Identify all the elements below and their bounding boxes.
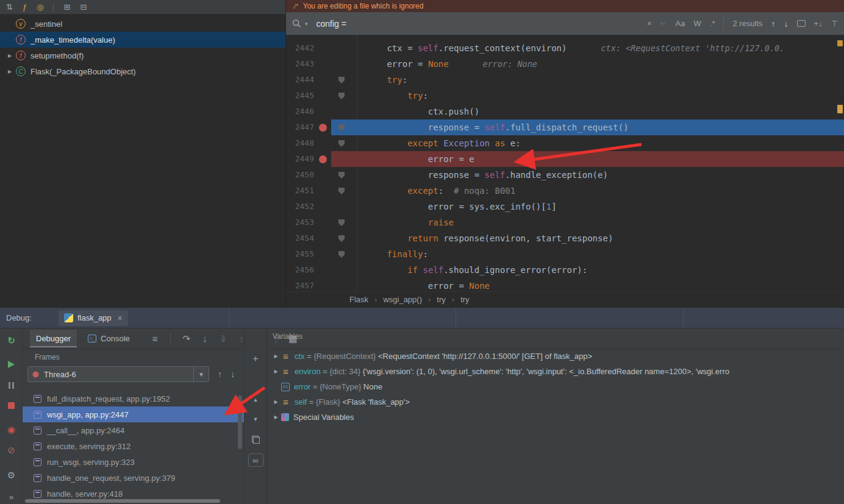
previous-frame-button[interactable]: ↑ — [218, 369, 222, 379]
code-editor[interactable]: 2442 ctx = self.request_context(environ)… — [286, 35, 844, 291]
settings-button[interactable]: ⚙ — [0, 468, 23, 483]
breakpoint-gutter[interactable] — [314, 88, 331, 104]
variable-row[interactable]: ▶≡ctx = {RequestContext} <RequestContext… — [268, 349, 844, 364]
stack-frame-row[interactable]: run_wsgi, serving.py:323 — [23, 454, 244, 470]
breakpoint-gutter[interactable] — [314, 56, 331, 72]
copy-stack-button[interactable] — [245, 433, 266, 446]
breakpoint-gutter[interactable] — [314, 246, 331, 262]
variable-row[interactable]: ▶≡environ = {dict: 34} {'wsgi.version': … — [268, 364, 844, 379]
frames-horizontal-scrollbar[interactable] — [25, 499, 220, 503]
variable-row[interactable]: 01error = {NoneType} None — [268, 379, 844, 394]
expand-arrow-icon[interactable]: ▶ — [4, 69, 16, 74]
search-history-icon[interactable]: ▾ — [305, 21, 308, 27]
code-line[interactable]: 2448 except Exception as e: — [286, 135, 844, 151]
scrollbar-marker[interactable] — [837, 40, 843, 46]
breakpoint-icon[interactable] — [319, 155, 327, 163]
scroll-up-button[interactable]: ▲ — [245, 393, 266, 406]
structure-item[interactable]: f_make_timedelta(value) — [0, 32, 285, 48]
breakpoint-gutter[interactable] — [314, 278, 331, 291]
expand-arrow-icon[interactable]: ▶ — [271, 399, 281, 405]
threads-view-toggle[interactable]: ∞ — [245, 453, 266, 467]
stop-button[interactable] — [0, 398, 23, 413]
breakpoint-icon[interactable] — [319, 124, 327, 132]
whole-words-toggle[interactable]: W — [693, 19, 701, 28]
breakpoint-gutter[interactable] — [314, 167, 331, 183]
step-into-icon[interactable]: ↓ — [199, 333, 210, 344]
tab-console[interactable]: >_ Console — [83, 330, 135, 347]
code-line[interactable]: 2451 except: # noqa: B001 — [286, 183, 844, 199]
previous-occurrence-button[interactable]: ↑ — [771, 19, 776, 29]
frames-scrollbar[interactable] — [238, 396, 242, 449]
breakpoint-gutter[interactable] — [314, 119, 331, 135]
open-in-find-window-icon[interactable] — [797, 20, 806, 27]
breakpoint-gutter[interactable] — [314, 262, 331, 278]
structure-item[interactable]: ▶CFlask(_PackageBoundObject) — [0, 63, 285, 79]
force-step-into-icon[interactable]: ⇓ — [216, 333, 231, 344]
code-line[interactable]: 2444 try: — [286, 72, 844, 88]
more-options-button[interactable]: » — [0, 489, 23, 504]
code-line[interactable]: 2442 ctx = self.request_context(environ)… — [286, 40, 844, 56]
header-splitter[interactable] — [456, 308, 456, 328]
breakpoint-gutter[interactable] — [314, 151, 331, 167]
breadcrumb-item[interactable]: try — [460, 295, 469, 304]
code-line[interactable]: 2446 ctx.push() — [286, 104, 844, 119]
add-watch-button[interactable]: + — [245, 352, 266, 366]
structure-item[interactable]: ▶fsetupmethod(f) — [0, 48, 285, 63]
stack-frame-row[interactable]: handle_one_request, serving.py:379 — [23, 470, 244, 486]
clear-search-icon[interactable]: × — [647, 19, 652, 28]
regex-toggle[interactable]: .* — [710, 19, 715, 28]
mute-breakpoints-button[interactable]: ⊘ — [0, 443, 23, 458]
code-line[interactable]: 2449 error = e — [286, 151, 844, 167]
expand-all-icon[interactable]: ⊞ — [63, 2, 70, 12]
newline-icon[interactable]: ↵ — [660, 19, 667, 28]
breakpoint-gutter[interactable] — [314, 104, 331, 119]
sort-alphabetically-icon[interactable]: ⇅ — [6, 2, 13, 12]
code-line[interactable]: 2443 error = Noneerror: None — [286, 56, 844, 72]
show-fields-icon[interactable]: ƒ — [23, 2, 27, 12]
stack-frame-row[interactable]: full_dispatch_request, app.py:1952 — [23, 391, 244, 406]
breakpoint-gutter[interactable] — [314, 135, 331, 151]
breadcrumb-item[interactable]: try — [437, 295, 445, 304]
code-line[interactable]: 2457 error = None — [286, 278, 844, 291]
stack-frame-row[interactable]: __call__, app.py:2464 — [23, 422, 244, 438]
next-frame-button[interactable]: ↓ — [231, 369, 235, 379]
code-line[interactable]: 2445 try: — [286, 88, 844, 104]
header-splitter[interactable] — [683, 308, 684, 328]
expand-arrow-icon[interactable]: ▶ — [271, 369, 281, 374]
resume-button[interactable] — [0, 357, 23, 372]
expand-arrow-icon[interactable]: ▶ — [271, 414, 281, 420]
scrollbar-marker[interactable] — [837, 105, 843, 113]
view-breakpoints-button[interactable]: ◉ — [0, 422, 23, 437]
breadcrumb-item[interactable]: Flask — [349, 295, 368, 304]
close-icon[interactable]: × — [118, 313, 123, 323]
code-line[interactable]: 2456 if self.should_ignore_error(error): — [286, 262, 844, 278]
breakpoint-gutter[interactable] — [314, 215, 331, 230]
tab-debugger[interactable]: Debugger — [30, 330, 77, 347]
search-input[interactable]: config = — [316, 19, 346, 29]
stack-frame-row[interactable]: execute, serving.py:312 — [23, 438, 244, 454]
breakpoint-gutter[interactable] — [314, 183, 331, 199]
expand-arrow-icon[interactable]: ▶ — [4, 53, 16, 59]
code-line[interactable]: 2447 response = self.full_dispatch_reque… — [286, 119, 844, 135]
pause-button[interactable] — [0, 378, 23, 392]
breakpoint-gutter[interactable] — [314, 230, 331, 246]
code-line[interactable]: 2454 return response(environ, start_resp… — [286, 230, 844, 246]
code-line[interactable]: 2450 response = self.handle_exception(e) — [286, 167, 844, 183]
variable-row[interactable]: ▶≡self = {Flask} <Flask 'flask_app'> — [268, 394, 844, 410]
variable-row[interactable]: ▶Special Variables — [268, 410, 844, 425]
collapse-all-icon[interactable]: ⊟ — [80, 2, 87, 12]
breakpoint-gutter[interactable] — [314, 40, 331, 56]
thread-selector[interactable]: Thread-6 ▼ — [27, 366, 209, 382]
structure-item[interactable]: v_sentinel — [0, 16, 285, 32]
search-filter-icon[interactable]: ⊤ — [831, 19, 838, 28]
next-occurrence-button[interactable]: ↓ — [784, 19, 789, 29]
breakpoint-gutter[interactable] — [314, 199, 331, 215]
code-line[interactable]: 2452 error = sys.exc_info()[1] — [286, 199, 844, 215]
add-occurrence-icon[interactable]: +↓ — [814, 19, 823, 28]
layout-menu-icon[interactable]: ≡ — [149, 333, 161, 344]
expand-arrow-icon[interactable]: ▶ — [271, 353, 281, 359]
code-line[interactable]: 2455 finally: — [286, 246, 844, 262]
header-splitter[interactable] — [229, 308, 229, 328]
show-inherited-icon[interactable]: ◎ — [37, 2, 43, 12]
debug-session-tab[interactable]: flask_app × — [59, 310, 128, 326]
